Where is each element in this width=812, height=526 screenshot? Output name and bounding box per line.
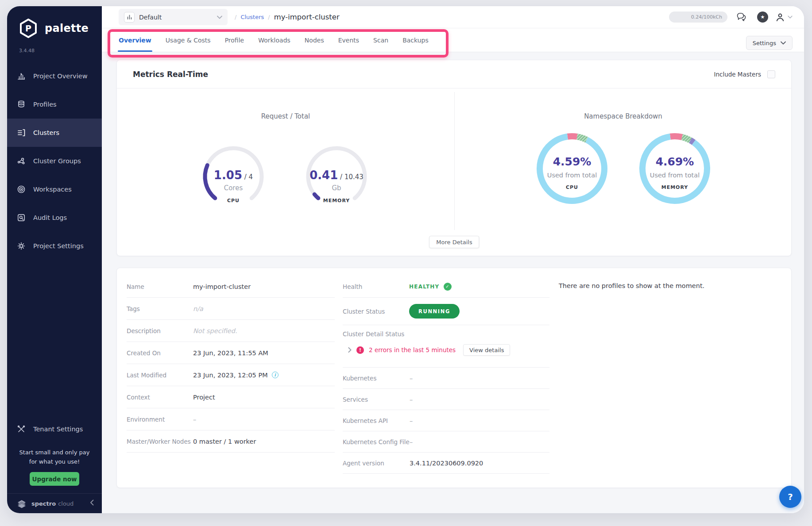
promo-line-2: for what you use! <box>7 457 102 466</box>
detail-row-kubernetes: Kubernetes – <box>343 368 549 389</box>
detail-label: Master/Worker Nodes <box>127 438 193 445</box>
sidebar-bottom: Tenant Settings Start small and only pay… <box>7 417 102 513</box>
detail-value: – <box>410 417 413 424</box>
detail-label: Tags <box>127 305 193 312</box>
usage-badge: 0.24/100kCh <box>669 12 727 23</box>
detail-row-environment: Environment – <box>127 408 335 430</box>
sidebar-footer: spectro cloud <box>7 494 102 513</box>
memory-gauge-label: MEMORY <box>303 198 370 203</box>
spectro-cloud-logo-icon <box>16 499 27 508</box>
user-menu-chevron-icon[interactable] <box>788 15 793 19</box>
cpu-donut-label: CPU <box>532 184 612 190</box>
detail-label: Context <box>127 394 193 401</box>
info-icon[interactable] <box>272 372 278 378</box>
tab-usage-costs[interactable]: Usage & Costs <box>166 28 211 52</box>
sidebar-item-profiles[interactable]: Profiles <box>7 90 102 119</box>
detail-row-last-modified: Last Modified 23 Jun, 2023, 12:05 PM <box>127 364 335 386</box>
user-icon[interactable] <box>775 12 785 22</box>
tab-workloads[interactable]: Workloads <box>258 28 290 52</box>
detail-row-tags: Tags n/a <box>127 298 335 320</box>
error-badge-icon <box>356 346 364 354</box>
sidebar-item-label: Tenant Settings <box>33 426 83 433</box>
detail-row-cluster-status: Cluster Status RUNNING <box>343 298 549 325</box>
sidebar-item-audit-logs[interactable]: Audit Logs <box>7 203 102 232</box>
tab-profile[interactable]: Profile <box>225 28 244 52</box>
detail-row-kubernetes-api: Kubernetes API – <box>343 410 549 431</box>
metrics-header: Metrics Real-Time Include Masters <box>117 60 791 88</box>
status-badge: RUNNING <box>409 304 460 319</box>
sidebar-item-workspaces[interactable]: Workspaces <box>7 175 102 203</box>
sidebar-item-project-settings[interactable]: Project Settings <box>7 232 102 260</box>
chat-icon[interactable] <box>736 12 748 23</box>
help-button[interactable] <box>779 486 801 508</box>
tab-overview[interactable]: Overview <box>119 28 151 52</box>
star-badge-icon[interactable] <box>757 12 768 23</box>
detail-value: 23 Jun, 2023, 11:55 AM <box>193 349 268 357</box>
promo-text: Start small and only pay for what you us… <box>7 448 102 466</box>
sidebar-item-label: Audit Logs <box>33 214 67 221</box>
detail-value: Project <box>193 394 215 401</box>
detail-value: – <box>410 396 413 403</box>
sidebar: P palette 3.4.48 Project Overview Profil… <box>7 6 102 513</box>
detail-row-created-on: Created On 23 Jun, 2023, 11:55 AM <box>127 342 335 364</box>
details-right-column: There are no profiles to show at the mom… <box>559 281 704 290</box>
check-circle-icon <box>444 283 452 291</box>
detail-row-description: Description Not specified. <box>127 320 335 342</box>
chevron-right-icon[interactable] <box>348 347 352 353</box>
details-left-column: Name my-import-cluster Tags n/a Descript… <box>127 276 335 453</box>
top-bar: Default / Clusters / my-import-cluster 0… <box>102 6 804 28</box>
logo: P palette <box>18 18 89 39</box>
detail-row-master-worker: Master/Worker Nodes 0 master / 1 worker <box>127 430 335 453</box>
memory-gauge-unit: Gb <box>303 184 370 192</box>
detail-label: Kubernetes <box>343 375 410 382</box>
sidebar-item-tenant-settings[interactable]: Tenant Settings <box>7 417 102 442</box>
brand-cloud: cloud <box>58 500 73 507</box>
sidebar-item-label: Profiles <box>33 101 57 108</box>
sidebar-item-clusters[interactable]: Clusters <box>7 119 102 147</box>
settings-button[interactable]: Settings <box>746 36 793 50</box>
error-text: 2 errors in the last 5 minutes <box>369 346 456 353</box>
upgrade-now-button[interactable]: Upgrade now <box>30 472 79 486</box>
memory-namespace-donut: 4.69% Used from total MEMORY <box>635 129 715 208</box>
main-area: Default / Clusters / my-import-cluster 0… <box>102 6 804 513</box>
project-scope-icon <box>124 12 135 23</box>
sidebar-item-project-overview[interactable]: Project Overview <box>7 62 102 90</box>
breadcrumb: / Clusters / my-import-cluster <box>235 13 340 21</box>
sidebar-item-label: Project Overview <box>33 73 88 80</box>
detail-row-services: Services – <box>343 389 549 410</box>
network-icon <box>17 157 26 165</box>
cpu-gauge-label: CPU <box>200 198 267 203</box>
tools-icon <box>17 425 26 434</box>
more-details-button[interactable]: More Details <box>429 236 479 248</box>
view-details-button[interactable]: View details <box>463 344 510 356</box>
detail-value: – <box>410 438 413 445</box>
cpu-donut-percent: 4.59% <box>532 155 612 168</box>
detail-label: Health <box>343 283 409 290</box>
tab-events[interactable]: Events <box>338 28 359 52</box>
tab-backups[interactable]: Backups <box>402 28 429 52</box>
detail-value: 3.4.11/20230609.0920 <box>410 460 483 467</box>
detail-label: Cluster Detail Status <box>343 330 549 338</box>
breadcrumb-link-clusters[interactable]: Clusters <box>240 14 264 20</box>
topbar-right: 0.24/100kCh <box>669 12 793 23</box>
detail-label: Kubernetes Config File <box>343 438 410 445</box>
palette-logo-icon: P <box>18 18 39 39</box>
detail-value: n/a <box>193 305 203 312</box>
cluster-tabs: Overview Usage & Costs Profile Workloads… <box>102 28 804 52</box>
detail-label: Services <box>343 396 410 403</box>
tab-nodes[interactable]: Nodes <box>305 28 324 52</box>
detail-value: – <box>193 416 196 423</box>
detail-label: Created On <box>127 349 193 357</box>
cpu-gauge: 1.05 / 4 Cores CPU <box>200 143 267 210</box>
app-version: 3.4.48 <box>19 48 35 54</box>
tab-scan[interactable]: Scan <box>373 28 388 52</box>
sidebar-collapse-icon[interactable] <box>90 499 94 507</box>
app-window: P palette 3.4.48 Project Overview Profil… <box>7 6 804 513</box>
detail-label: Kubernetes API <box>343 417 410 424</box>
detail-label: Cluster Status <box>343 308 409 315</box>
gear-icon <box>17 242 26 250</box>
sidebar-item-cluster-groups[interactable]: Cluster Groups <box>7 147 102 175</box>
project-selector[interactable]: Default <box>119 9 228 25</box>
detail-label: Environment <box>127 416 193 423</box>
include-masters-checkbox[interactable] <box>767 70 775 78</box>
